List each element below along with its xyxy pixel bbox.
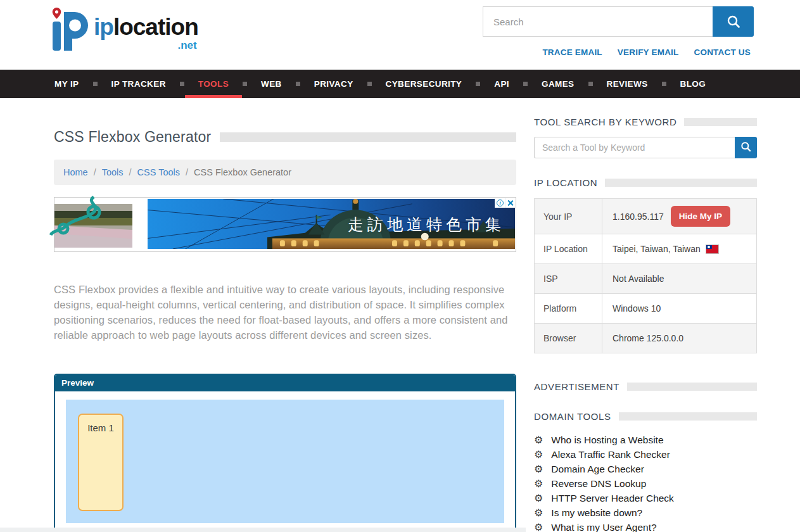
nav-item-web[interactable]: WEB	[261, 70, 282, 98]
nav-separator	[243, 82, 247, 86]
tool-search-button[interactable]	[735, 137, 757, 158]
advertisement-heading-text: ADVERTISEMENT	[534, 381, 619, 392]
search-button[interactable]	[713, 6, 754, 37]
nav-item-blog[interactable]: BLOG	[680, 70, 706, 98]
search-icon	[740, 141, 751, 154]
list-item[interactable]: ⚙What is my User Agent?	[534, 520, 757, 532]
row-label: Browser	[535, 324, 602, 353]
tool-search-input[interactable]	[534, 137, 735, 158]
nav-item-reviews[interactable]: REVIEWS	[607, 70, 648, 98]
list-item[interactable]: ⚙HTTP Server Header Check	[534, 491, 757, 505]
trace-email-link[interactable]: TRACE EMAIL	[542, 48, 602, 57]
list-item[interactable]: ⚙Reverse DNS Lookup	[534, 476, 757, 491]
breadcrumb-separator: /	[129, 167, 132, 177]
domain-tool-link[interactable]: HTTP Server Header Check	[551, 493, 674, 504]
nav-item-my-ip[interactable]: MY IP	[54, 70, 79, 98]
gear-icon: ⚙	[534, 493, 543, 504]
tool-search-heading-text: TOOL SEARCH BY KEYWORD	[534, 117, 676, 127]
ip-location-heading: IP LOCATION	[534, 177, 757, 188]
next-section-edge	[0, 528, 526, 532]
nav-separator	[93, 82, 98, 86]
gear-icon: ⚙	[534, 450, 543, 460]
nav-item-privacy[interactable]: PRIVACY	[314, 70, 353, 98]
nav-item-api[interactable]: API	[494, 70, 509, 98]
main-nav: MY IP IP TRACKER TOOLS WEB PRIVACY CYBER…	[0, 70, 800, 98]
domain-tool-link[interactable]: Is my website down?	[551, 507, 642, 519]
logo-text-location: location	[113, 14, 198, 40]
header-links: TRACE EMAIL VERIFY EMAIL CONTACT US	[542, 48, 751, 57]
domain-tools-heading: DOMAIN TOOLS	[534, 411, 757, 422]
preview-card-header: Preview	[55, 375, 515, 391]
heading-decoration-bar	[605, 179, 757, 187]
ad-banner[interactable]: 走訪地道特色市集 i	[54, 197, 516, 252]
ip-location-value: Taipei, Taiwan, Taiwan	[613, 244, 701, 254]
breadcrumb-separator: /	[94, 167, 96, 177]
nav-separator	[367, 82, 372, 86]
nav-item-tools[interactable]: TOOLS	[198, 70, 229, 98]
breadcrumb-separator: /	[186, 167, 188, 177]
site-logo[interactable]: iplocation .net	[51, 6, 198, 54]
verify-email-link[interactable]: VERIFY EMAIL	[618, 48, 679, 57]
row-value: Chrome 125.0.0.0	[602, 324, 756, 353]
logo-text-ip: ip	[94, 14, 113, 40]
nav-separator	[588, 82, 593, 86]
ad-overlay-text: 走訪地道特色市集	[348, 213, 505, 234]
nav-item-cybersecurity[interactable]: CYBERSECURITY	[386, 70, 462, 98]
domain-tool-link[interactable]: Domain Age Checker	[551, 464, 644, 475]
gear-icon: ⚙	[534, 479, 543, 489]
row-label: Platform	[535, 294, 602, 323]
flexbox-preview-item[interactable]: Item 1	[78, 414, 124, 511]
nav-separator	[296, 82, 300, 86]
taiwan-flag-icon	[706, 245, 718, 253]
row-value: Taipei, Taiwan, Taiwan	[602, 234, 756, 263]
flexbox-preview-container: Item 1	[66, 400, 504, 523]
breadcrumb-tools[interactable]: Tools	[102, 167, 124, 177]
advertisement-heading: ADVERTISEMENT	[534, 381, 757, 392]
nav-item-ip-tracker[interactable]: IP TRACKER	[111, 70, 166, 98]
domain-tool-link[interactable]: Who is Hosting a Website	[551, 434, 663, 446]
domain-tool-link[interactable]: Alexa Traffic Rank Checker	[551, 449, 670, 460]
table-row: Your IP 1.160.95.117 Hide My IP	[535, 199, 756, 234]
table-row: ISP Not Available	[535, 264, 756, 294]
breadcrumb-css-tools[interactable]: CSS Tools	[137, 167, 180, 177]
sidebar: TOOL SEARCH BY KEYWORD IP LOCATION Your …	[534, 98, 757, 532]
nav-separator	[662, 82, 666, 86]
row-label: Your IP	[535, 199, 602, 234]
preview-card-body: Item 1	[55, 391, 515, 531]
adchoices-close-icon[interactable]	[505, 198, 515, 208]
breadcrumb: Home / Tools / CSS Tools / CSS Flexbox G…	[54, 160, 516, 185]
heading-decoration-bar	[627, 383, 757, 391]
ip-address: 1.160.95.117	[613, 212, 664, 222]
gear-icon: ⚙	[534, 435, 543, 445]
content-column: CSS Flexbox Generator Home / Tools / CSS…	[54, 98, 516, 532]
row-label: IP Location	[535, 234, 602, 263]
nav-separator	[523, 82, 528, 86]
list-item[interactable]: ⚙Is my website down?	[534, 505, 757, 520]
table-row: IP Location Taipei, Taiwan, Taiwan	[535, 234, 756, 264]
breadcrumb-current: CSS Flexbox Generator	[194, 167, 291, 177]
heading-decoration-bar	[619, 412, 757, 421]
domain-tool-link[interactable]: What is my User Agent?	[551, 522, 656, 532]
logo-text-tld: .net	[94, 40, 198, 51]
domain-tool-link[interactable]: Reverse DNS Lookup	[551, 478, 646, 490]
nav-item-games[interactable]: GAMES	[542, 70, 575, 98]
contact-us-link[interactable]: CONTACT US	[694, 48, 751, 57]
tool-search	[534, 137, 757, 158]
nav-separator	[180, 82, 184, 86]
hide-my-ip-button[interactable]: Hide My IP	[671, 206, 730, 227]
adchoices-info-icon[interactable]: i	[495, 198, 505, 208]
ad-left-image	[54, 204, 132, 248]
ip-location-heading-text: IP LOCATION	[534, 177, 597, 188]
adchoices: i	[495, 198, 515, 208]
list-item[interactable]: ⚙Alexa Traffic Rank Checker	[534, 447, 757, 462]
domain-tools-heading-text: DOMAIN TOOLS	[534, 411, 611, 422]
preview-card: Preview Item 1	[54, 374, 516, 532]
tool-search-heading: TOOL SEARCH BY KEYWORD	[534, 117, 757, 127]
search-input[interactable]	[483, 6, 713, 37]
tool-description: CSS Flexbox provides a flexible and intu…	[54, 282, 516, 343]
breadcrumb-home[interactable]: Home	[63, 167, 88, 177]
list-item[interactable]: ⚙Who is Hosting a Website	[534, 433, 757, 447]
list-item[interactable]: ⚙Domain Age Checker	[534, 462, 757, 476]
logo-ip-icon	[51, 6, 91, 54]
ad-right-image: 走訪地道特色市集	[148, 199, 515, 249]
